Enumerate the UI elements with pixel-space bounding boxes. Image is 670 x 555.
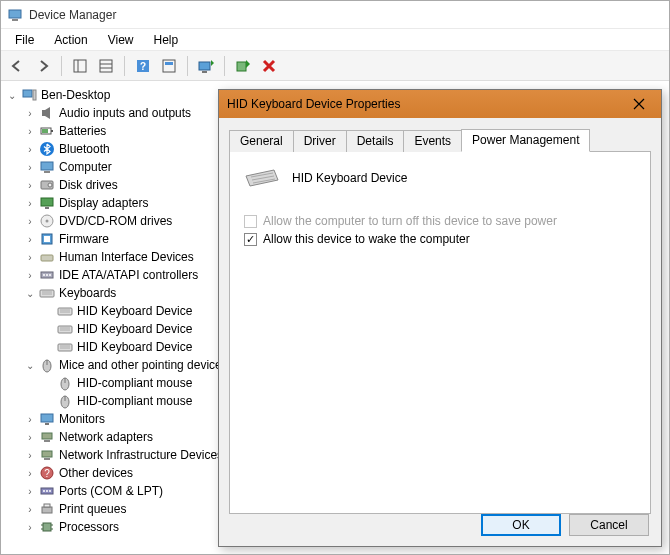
tree-item-label: Computer [57,160,112,174]
svg-point-36 [49,274,51,276]
checkbox-wake-label: Allow this device to wake the computer [263,232,470,246]
tab-events[interactable]: Events [403,130,462,152]
expand-icon[interactable]: › [23,432,37,443]
scan-hardware-button[interactable] [194,54,218,78]
tab-driver[interactable]: Driver [293,130,347,152]
tree-item-label: Bluetooth [57,142,110,156]
tree-item-label: Network Infrastructure Devices [57,448,223,462]
tree-item-label: Other devices [57,466,133,480]
tree-item-label: Batteries [57,124,106,138]
expand-icon[interactable]: ⌄ [5,90,19,101]
expand-icon[interactable]: › [23,522,37,533]
svg-text:?: ? [44,468,50,479]
tab-general[interactable]: General [229,130,294,152]
expand-icon[interactable]: › [23,144,37,155]
svg-rect-26 [41,198,53,206]
svg-point-64 [43,490,45,492]
tree-item-label: Keyboards [57,286,116,300]
expand-icon[interactable]: › [23,270,37,281]
expand-icon[interactable]: › [23,450,37,461]
window-title: Device Manager [29,8,116,22]
action-button[interactable] [157,54,181,78]
toolbar-separator [224,56,225,76]
expand-icon[interactable]: ⌄ [23,288,37,299]
keyboard-icon [57,303,73,319]
tree-item-label: Network adapters [57,430,153,444]
expand-icon[interactable]: › [23,216,37,227]
expand-icon[interactable]: ⌄ [23,360,37,371]
tab-power-management[interactable]: Power Management [461,129,590,152]
dialog-button-row: OK Cancel [481,514,649,536]
bluetooth-icon [39,141,55,157]
expand-icon[interactable]: › [23,486,37,497]
svg-rect-67 [42,507,52,513]
checkbox-turnoff-label: Allow the computer to turn off this devi… [263,214,557,228]
expand-icon[interactable]: › [23,468,37,479]
expand-icon[interactable]: › [23,108,37,119]
menu-file[interactable]: File [5,31,44,49]
svg-rect-16 [42,110,45,116]
cancel-button[interactable]: Cancel [569,514,649,536]
tab-details[interactable]: Details [346,130,405,152]
svg-rect-11 [199,62,210,70]
keyboard-icon [57,321,73,337]
expand-icon[interactable]: › [23,162,37,173]
expand-icon[interactable]: › [23,180,37,191]
expand-icon[interactable]: › [23,234,37,245]
enable-device-button[interactable] [231,54,255,78]
expand-icon[interactable]: › [23,198,37,209]
svg-point-34 [43,274,45,276]
svg-text:?: ? [140,61,146,72]
show-hide-tree-button[interactable] [68,54,92,78]
expand-icon[interactable]: › [23,126,37,137]
svg-rect-32 [41,255,53,261]
tree-item-label: HID Keyboard Device [75,304,192,318]
tree-item-label: Processors [57,520,119,534]
forward-button[interactable] [31,54,55,78]
svg-rect-2 [74,60,86,72]
pc-icon [21,87,37,103]
menu-help[interactable]: Help [144,31,189,49]
properties-dialog: HID Keyboard Device Properties General D… [218,89,662,547]
expand-icon[interactable]: › [23,504,37,515]
back-button[interactable] [5,54,29,78]
tree-item-label: HID-compliant mouse [75,376,192,390]
dialog-titlebar[interactable]: HID Keyboard Device Properties [219,90,661,118]
svg-rect-4 [100,60,112,72]
menu-view[interactable]: View [98,31,144,49]
svg-rect-13 [237,62,246,71]
tree-item-label: Firmware [57,232,109,246]
tab-panel-power: HID Keyboard Device Allow the computer t… [229,152,651,514]
printer-icon [39,501,55,517]
svg-rect-22 [41,162,53,170]
mouse-icon [57,375,73,391]
svg-rect-69 [43,523,51,531]
app-icon [7,7,23,23]
svg-rect-1 [12,19,18,21]
network-icon [39,447,55,463]
menu-action[interactable]: Action [44,31,97,49]
tree-item-label: Human Interface Devices [57,250,194,264]
tree-item-label: Audio inputs and outputs [57,106,191,120]
tree-item-label: IDE ATA/ATAPI controllers [57,268,198,282]
svg-rect-59 [42,451,52,457]
checkbox-wake[interactable] [244,233,257,246]
expand-icon[interactable]: › [23,252,37,263]
tree-item-label: Disk drives [57,178,118,192]
close-icon[interactable] [625,94,653,114]
svg-marker-17 [45,107,50,119]
other-icon: ? [39,465,55,481]
help-button[interactable]: ? [131,54,155,78]
svg-rect-0 [9,10,21,18]
uninstall-device-button[interactable] [257,54,281,78]
checkbox-turnoff [244,215,257,228]
device-name: HID Keyboard Device [292,171,407,185]
battery-icon [39,123,55,139]
expand-icon[interactable]: › [23,414,37,425]
ok-button[interactable]: OK [481,514,561,536]
svg-point-65 [46,490,48,492]
cpu-icon [39,519,55,535]
checkbox-row-wake: Allow this device to wake the computer [244,232,636,246]
speaker-icon [39,105,55,121]
properties-grid-button[interactable] [94,54,118,78]
